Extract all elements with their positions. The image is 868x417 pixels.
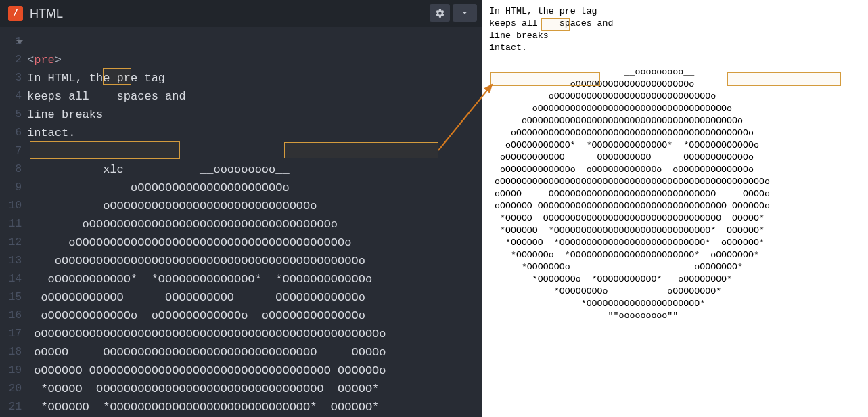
tab-title[interactable]: HTML bbox=[30, 7, 63, 21]
chevron-down-icon bbox=[460, 8, 470, 18]
code-token: > bbox=[55, 53, 62, 66]
code-line: line breaks bbox=[27, 108, 103, 121]
preview-pane: In HTML, the pre tag keeps all spaces an… bbox=[482, 0, 868, 417]
line-number: 3 bbox=[0, 69, 27, 87]
code-line: intact. bbox=[27, 127, 75, 139]
line-number: 19 bbox=[0, 361, 27, 380]
code-content[interactable]: <pre> In HTML, the pre tag keeps all spa… bbox=[27, 27, 482, 417]
code-line: oOOOOOOOOOOO OOOOOOOOOO OOOOOOOOOOOOo bbox=[27, 291, 365, 304]
line-number: 11 bbox=[0, 215, 27, 234]
code-line: oOOOOOO OOOOOOOOOOOOOOOOOOOOOOOOOOOOOOOO… bbox=[27, 364, 386, 377]
code-line: oOOOOOOOOOOOOOOOOOOOOOOOOOOOOOOOOOOOOOOO… bbox=[27, 255, 365, 267]
line-number: 5 bbox=[0, 106, 27, 124]
line-number: 7 bbox=[0, 142, 27, 160]
code-line: oOOOOOOOOOOOOo oOOOOOOOOOOOOo oOOOOOOOOO… bbox=[27, 309, 365, 322]
code-line: oOOOOOOOOOOO* *OOOOOOOOOOOOOO* *OOOOOOOO… bbox=[27, 273, 372, 286]
line-number: 21 bbox=[0, 398, 27, 416]
line-number: 4 bbox=[0, 87, 27, 106]
code-line: *OOOOOO *OOOOOOOOOOOOOOOOOOOOOOOOOOOOO* … bbox=[27, 401, 379, 414]
line-number: 20 bbox=[0, 380, 27, 398]
tab-action-buttons bbox=[430, 4, 477, 22]
line-number: 14 bbox=[0, 270, 27, 288]
code-line: oOOOOOOOOOOOOOOOOOOOOOo bbox=[27, 181, 290, 194]
code-line: In HTML, the pre tag bbox=[27, 72, 165, 85]
code-area[interactable]: 1 2 3 4 5 6 7 8 9 10 11 12 13 14 15 16 1… bbox=[0, 27, 482, 417]
line-number: 10 bbox=[0, 197, 27, 215]
html5-logo-icon: / bbox=[8, 6, 23, 21]
line-number: 15 bbox=[0, 288, 27, 307]
code-line: oOOOOOOOOOOOOOOOOOOOOOOOOOOOOOOOOOOOOOOO… bbox=[27, 328, 386, 341]
code-line: *OOOOO OOOOOOOOOOOOOOOOOOOOOOOOOOOOOOOOO… bbox=[27, 382, 379, 395]
settings-button[interactable] bbox=[430, 4, 450, 22]
code-editor-pane: / HTML 1 2 3 4 5 6 7 8 9 10 11 12 13 14 bbox=[0, 0, 482, 417]
line-number-gutter: 1 2 3 4 5 6 7 8 9 10 11 12 13 14 15 16 1… bbox=[0, 27, 27, 417]
code-line: oOOOOOOOOOOOOOOOOOOOOOOOOOOOOOo bbox=[27, 200, 317, 213]
line-number: 18 bbox=[0, 343, 27, 361]
code-line: oOOOOOOOOOOOOOOOOOOOOOOOOOOOOOOOOOOOo bbox=[27, 218, 338, 231]
code-line: oOOOO OOOOOOOOOOOOOOOOOOOOOOOOOOOOOOO OO… bbox=[27, 346, 386, 359]
preview-pre-output: In HTML, the pre tag keeps all spaces an… bbox=[482, 0, 868, 322]
code-token-tag: pre bbox=[34, 53, 55, 66]
gear-icon bbox=[435, 8, 445, 18]
line-number: 12 bbox=[0, 234, 27, 252]
line-number: 8 bbox=[0, 160, 27, 179]
code-line: xlc __ooooooooo__ bbox=[27, 163, 290, 176]
editor-tab-bar: / HTML bbox=[0, 0, 482, 27]
line-number: 16 bbox=[0, 307, 27, 325]
code-line: oOOOOOOOOOOOOOOOOOOOOOOOOOOOOOOOOOOOOOOO… bbox=[27, 236, 351, 249]
line-number: 2 bbox=[0, 51, 27, 69]
line-number: 13 bbox=[0, 252, 27, 270]
line-number: 1 bbox=[0, 32, 27, 51]
code-token: < bbox=[27, 53, 34, 66]
line-number: 17 bbox=[0, 325, 27, 343]
line-number: 6 bbox=[0, 124, 27, 142]
fold-caret-icon[interactable] bbox=[16, 40, 23, 44]
line-number: 9 bbox=[0, 179, 27, 197]
code-line: keeps all spaces and bbox=[27, 90, 186, 103]
dropdown-button[interactable] bbox=[453, 4, 477, 22]
